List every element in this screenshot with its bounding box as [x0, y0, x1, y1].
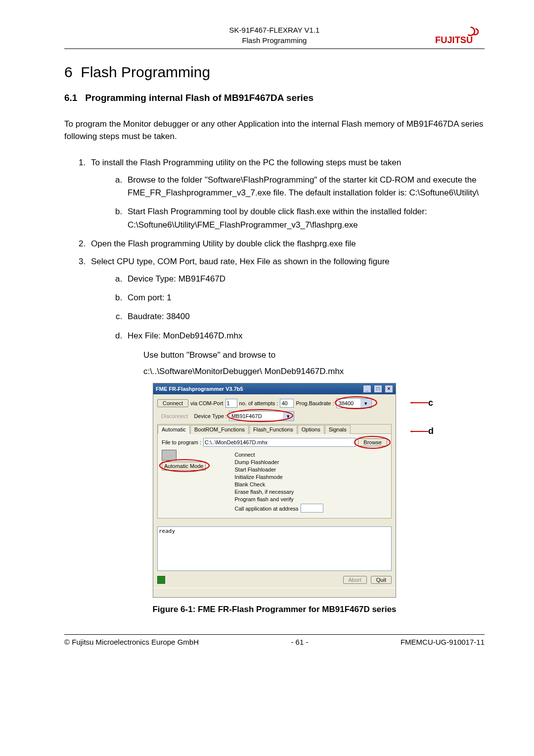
file-label: File to program :	[162, 439, 201, 445]
step-1a: Browse to the folder "Software\FlashProg…	[125, 174, 485, 200]
status-led-icon	[157, 576, 165, 584]
callout-d: d	[428, 426, 434, 436]
header-divider	[64, 48, 485, 49]
via-com-label: via COM-Port	[190, 400, 223, 406]
proc-call: Call application at address	[234, 504, 323, 513]
step-2: Open the Flash programming Utility by do…	[88, 237, 485, 250]
tab-flashfunc[interactable]: Flash_Functions	[249, 425, 297, 434]
proc-start: Start Flashloader	[234, 467, 323, 472]
window-titlebar[interactable]: FME FR-Flashprogrammer V3.7b5 _ □ ×	[153, 383, 396, 394]
tab-options[interactable]: Options	[298, 425, 324, 434]
svg-marker-5	[410, 402, 412, 404]
file-path-input[interactable]	[203, 438, 356, 447]
footer-divider	[64, 634, 485, 635]
step-1: To install the Flash Programming utility…	[88, 156, 485, 232]
tab-bootrom[interactable]: BootROM_Functions	[190, 425, 249, 434]
callout-c: c	[428, 398, 433, 408]
minimize-icon[interactable]: _	[363, 385, 371, 393]
proc-program: Program flash and verify	[234, 496, 323, 502]
chip-icon	[162, 450, 177, 461]
svg-marker-7	[410, 430, 412, 432]
step-3: Select CPU type, COM Port, baud rate, He…	[88, 255, 485, 378]
header-line2: Flash Programming	[114, 35, 435, 46]
footer-mid: - 61 -	[291, 638, 308, 646]
process-list: Connect Dump Flashloader Start Flashload…	[234, 452, 323, 514]
statusbar	[153, 588, 396, 597]
connect-button[interactable]: Connect	[157, 399, 188, 407]
proc-connect: Connect	[234, 452, 323, 458]
attempts-label: no. of attempts :	[239, 400, 278, 406]
step-3d-extra2: c:\..\Software\MonitorDebugger\ MonDeb91…	[143, 365, 485, 378]
close-icon[interactable]: ×	[385, 385, 393, 393]
step-3a: Device Type: MB91F467D	[125, 273, 485, 285]
call-address-input[interactable]	[301, 504, 323, 513]
abort-button: Abort	[343, 576, 367, 584]
proc-blank: Blank Check	[234, 481, 323, 487]
proc-init: Initialize Flashmode	[234, 474, 323, 480]
com-port-input[interactable]	[225, 399, 237, 408]
maximize-icon[interactable]: □	[374, 385, 382, 393]
intro-paragraph: To program the Monitor debugger or any o…	[64, 118, 485, 142]
subsection-heading: 6.1 Programming internal Flash of MB91F4…	[64, 93, 485, 103]
step-3c: Baudrate: 38400	[125, 310, 485, 323]
svg-text:FUJITSU: FUJITSU	[435, 35, 473, 45]
section-heading: 6 Flash Programming	[64, 64, 485, 81]
automatic-mode-button[interactable]: Automatic Mode	[162, 462, 206, 471]
proc-dump: Dump Flashloader	[234, 459, 323, 465]
proc-erase: Erase flash, if necessary	[234, 489, 323, 495]
device-type-select[interactable]: MB91F467D▾	[229, 411, 294, 421]
tab-signals[interactable]: Signals	[325, 425, 351, 434]
log-output: ready	[157, 526, 392, 571]
baudrate-label: Prog.Baudrate :	[296, 400, 334, 406]
disconnect-button: Disconnect	[157, 413, 192, 420]
window-controls[interactable]: _ □ ×	[362, 385, 393, 393]
browse-button[interactable]: Browse	[358, 438, 387, 446]
step-3d: Hex File: MonDeb91467D.mhx	[125, 330, 485, 342]
step-1b: Start Flash Programming tool by double c…	[125, 205, 485, 232]
attempts-input[interactable]	[280, 399, 294, 408]
devtype-label: Device Type :	[194, 413, 226, 419]
baudrate-select[interactable]: 38400▾	[336, 398, 372, 408]
tab-automatic[interactable]: Automatic	[158, 425, 190, 434]
footer-left: © Fujitsu Microelectronics Europe GmbH	[64, 638, 199, 646]
figure-caption: Figure 6-1: FME FR-Flash Programmer for …	[64, 605, 485, 614]
step-3d-extra1: Use button "Browse" and browse to	[143, 348, 485, 362]
flash-programmer-window: FME FR-Flashprogrammer V3.7b5 _ □ × Conn…	[153, 383, 396, 598]
quit-button[interactable]: Quit	[371, 576, 392, 584]
footer-right: FMEMCU-UG-910017-11	[400, 638, 485, 646]
page-header: SK-91F467-FLEXRAY V1.1 Flash Programming	[114, 25, 435, 46]
step-3b: Com port: 1	[125, 291, 485, 304]
fujitsu-logo: FUJITSU	[435, 25, 485, 46]
header-line1: SK-91F467-FLEXRAY V1.1	[114, 25, 435, 35]
tab-container: Automatic BootROM_Functions Flash_Functi…	[157, 424, 392, 519]
window-title: FME FR-Flashprogrammer V3.7b5	[156, 386, 243, 392]
